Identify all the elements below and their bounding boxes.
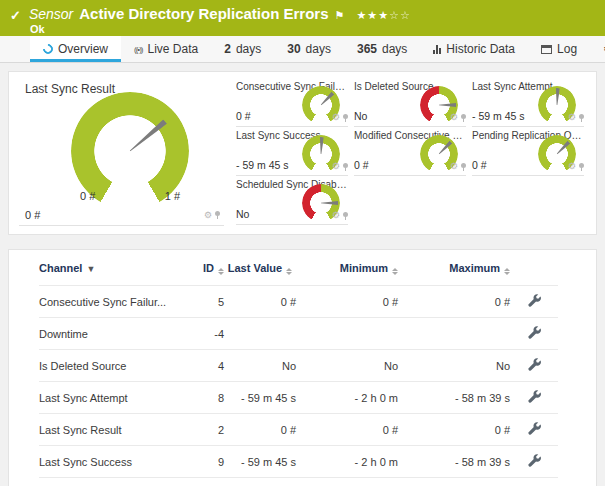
channel-id-cell: 2 bbox=[184, 414, 224, 446]
pin-icon[interactable] bbox=[343, 212, 348, 217]
channel-name-cell: Downtime bbox=[39, 318, 184, 350]
pin-icon[interactable] bbox=[579, 163, 584, 168]
priority-star-rating[interactable]: ★★★☆☆ bbox=[356, 9, 410, 22]
tab-number: 30 bbox=[287, 42, 300, 56]
table-row: Last Sync Result 2 0 # 0 # 0 # bbox=[39, 414, 558, 446]
overview-gauge-icon bbox=[41, 42, 55, 56]
channel-name-cell: Consecutive Sync Failur... bbox=[39, 286, 184, 318]
channel-name-cell: Is Deleted Source bbox=[39, 350, 184, 382]
channels-table: Channel▼ ID Last Value Minimum Maximum bbox=[39, 252, 558, 486]
channel-id-cell: 4 bbox=[184, 350, 224, 382]
mini-gauge-panel: Pending Replication Operatio... 0 # ⚙ bbox=[472, 127, 584, 176]
object-kind-label: Sensor bbox=[29, 6, 73, 22]
star-icon[interactable]: ★ bbox=[367, 9, 378, 21]
maximum-cell: 0 # bbox=[398, 286, 510, 318]
last-value-cell: - 59 m 45 s bbox=[224, 446, 296, 478]
pin-icon[interactable] bbox=[343, 163, 348, 168]
mini-gauge-grid: Consecutive Sync Failures 0 # ⚙ Is Delet… bbox=[236, 78, 584, 228]
star-icon[interactable]: ☆ bbox=[389, 9, 400, 21]
sensor-header: ✓ Sensor Active Directory Replication Er… bbox=[0, 0, 605, 36]
sort-caret-icon: ▼ bbox=[86, 264, 95, 274]
gauge-panel-last-sync-result: Last Sync Result 0 # 1 # 0 # ⚙ bbox=[19, 78, 224, 226]
tab-live-data[interactable]: ((•)) Live Data bbox=[121, 36, 211, 62]
maximum-cell: - 58 m 39 s bbox=[398, 446, 510, 478]
maximum-cell: - 58 m 39 s bbox=[398, 382, 510, 414]
channel-settings-wrench-icon[interactable] bbox=[528, 390, 541, 403]
channel-gear-icon[interactable]: ⚙ bbox=[332, 162, 340, 171]
column-header-last-value[interactable]: Last Value bbox=[224, 252, 296, 286]
channels-table-card: Channel▼ ID Last Value Minimum Maximum bbox=[8, 249, 597, 486]
column-header-maximum[interactable]: Maximum bbox=[398, 252, 510, 286]
star-icon[interactable]: ☆ bbox=[400, 9, 411, 21]
maximum-cell bbox=[398, 318, 510, 350]
gauge-value: - 59 m 45 s bbox=[236, 159, 289, 171]
page-title: Active Directory Replication Errors bbox=[79, 5, 328, 22]
channel-gear-icon[interactable]: ⚙ bbox=[568, 113, 576, 122]
column-header-channel[interactable]: Channel▼ bbox=[39, 252, 184, 286]
pin-icon[interactable] bbox=[343, 114, 348, 119]
maximum-cell: 0 # bbox=[398, 414, 510, 446]
channel-name-cell: Last Sync Success bbox=[39, 446, 184, 478]
tab-2-days[interactable]: 2 days bbox=[211, 36, 274, 62]
gauge-value: - 59 m 45 s bbox=[472, 110, 525, 122]
column-header-minimum[interactable]: Minimum bbox=[296, 252, 398, 286]
star-icon[interactable]: ★ bbox=[378, 9, 389, 21]
channel-settings-wrench-icon[interactable] bbox=[528, 294, 541, 307]
mini-gauge-panel: Is Deleted Source No ⚙ bbox=[354, 78, 466, 127]
channel-gear-icon[interactable]: ⚙ bbox=[450, 162, 458, 171]
minimum-cell: 0 # bbox=[296, 286, 398, 318]
channel-settings-wrench-icon[interactable] bbox=[528, 454, 541, 467]
log-table-icon bbox=[541, 45, 552, 54]
table-row: Modified Consecutive S... 6 0 # 0 # 0 # bbox=[39, 478, 558, 486]
gauge-scale-max: 1 # bbox=[165, 190, 180, 202]
channel-name-cell: Last Sync Attempt bbox=[39, 382, 184, 414]
table-row: Downtime -4 bbox=[39, 318, 558, 350]
gauge-value: 0 # bbox=[236, 110, 251, 122]
channel-gear-icon[interactable]: ⚙ bbox=[204, 211, 212, 220]
last-value-cell: 0 # bbox=[224, 478, 296, 486]
channel-name-cell: Modified Consecutive S... bbox=[39, 478, 184, 486]
sensor-status-text: Ok bbox=[30, 23, 411, 35]
channel-gear-icon[interactable]: ⚙ bbox=[332, 211, 340, 220]
tab-bar: Overview ((•)) Live Data 2 days 30 days … bbox=[0, 36, 605, 63]
pin-icon[interactable] bbox=[461, 163, 466, 168]
channel-id-cell: 6 bbox=[184, 478, 224, 486]
minimum-cell bbox=[296, 318, 398, 350]
channel-settings-wrench-icon[interactable] bbox=[528, 326, 541, 339]
channel-id-cell: 9 bbox=[184, 446, 224, 478]
last-value-cell bbox=[224, 318, 296, 350]
pin-icon[interactable] bbox=[461, 114, 466, 119]
channel-gear-icon[interactable]: ⚙ bbox=[332, 113, 340, 122]
tab-overview[interactable]: Overview bbox=[30, 36, 121, 62]
channel-id-cell: 5 bbox=[184, 286, 224, 318]
tab-label: Overview bbox=[58, 42, 108, 56]
flag-icon[interactable]: ⚑ bbox=[335, 9, 345, 22]
pin-icon[interactable] bbox=[579, 114, 584, 119]
last-value-cell: 0 # bbox=[224, 286, 296, 318]
tab-log[interactable]: Log bbox=[528, 36, 590, 62]
minimum-cell: No bbox=[296, 350, 398, 382]
channel-settings-wrench-icon[interactable] bbox=[528, 422, 541, 435]
tab-365-days[interactable]: 365 days bbox=[344, 36, 420, 62]
tab-30-days[interactable]: 30 days bbox=[274, 36, 344, 62]
tab-settings[interactable]: ⚙ Settings bbox=[590, 36, 605, 62]
gauges-overview-card: Last Sync Result 0 # 1 # 0 # ⚙ bbox=[8, 71, 597, 235]
tab-label: days bbox=[306, 42, 331, 56]
channel-gear-icon[interactable]: ⚙ bbox=[450, 113, 458, 122]
tab-number: 365 bbox=[357, 42, 377, 56]
table-row: Last Sync Success 9 - 59 m 45 s - 2 h 0 … bbox=[39, 446, 558, 478]
star-icon[interactable]: ★ bbox=[356, 9, 367, 21]
tab-historic-data[interactable]: Historic Data bbox=[420, 36, 528, 62]
maximum-cell: 0 # bbox=[398, 478, 510, 486]
column-header-id[interactable]: ID bbox=[184, 252, 224, 286]
channel-id-cell: 8 bbox=[184, 382, 224, 414]
ok-check-icon: ✓ bbox=[10, 8, 21, 23]
channel-settings-wrench-icon[interactable] bbox=[528, 358, 541, 371]
mini-gauge-panel: Last Sync Attempt - 59 m 45 s ⚙ bbox=[472, 78, 584, 127]
channel-gear-icon[interactable]: ⚙ bbox=[568, 162, 576, 171]
last-value-cell: - 59 m 45 s bbox=[224, 382, 296, 414]
pin-icon[interactable] bbox=[215, 211, 220, 216]
maximum-cell: No bbox=[398, 350, 510, 382]
minimum-cell: - 2 h 0 m bbox=[296, 446, 398, 478]
mini-gauge-panel: Consecutive Sync Failures 0 # ⚙ bbox=[236, 78, 348, 127]
